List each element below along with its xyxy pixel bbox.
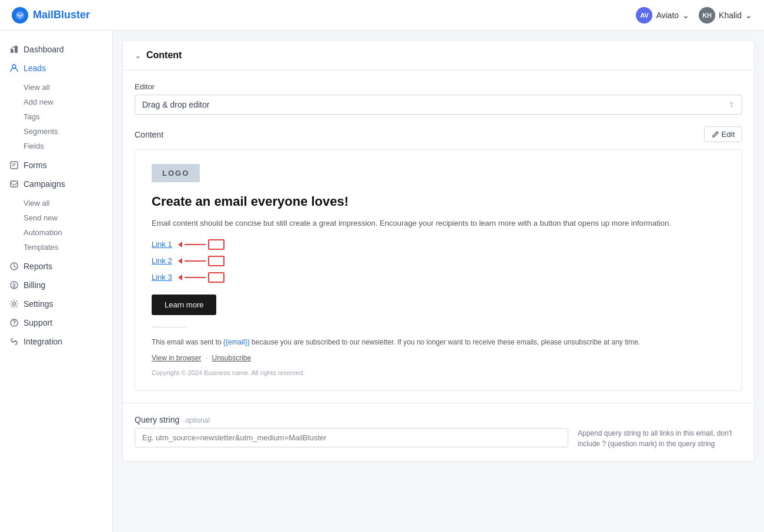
email-footer-text: This email was sent to {{email}} because… xyxy=(152,337,725,348)
sidebar-item-integration[interactable]: Integration xyxy=(0,332,112,351)
campaigns-send-new[interactable]: Send new xyxy=(24,210,112,225)
svg-rect-1 xyxy=(11,49,14,53)
khalid-name: Khalid xyxy=(719,11,742,20)
email-links: Link 1 Link 2 xyxy=(152,239,725,283)
logo-icon xyxy=(12,7,28,24)
sidebar-item-billing[interactable]: Billing xyxy=(0,276,112,295)
select-arrow-icon: ⇧ xyxy=(729,101,735,109)
aviato-chevron: ⌄ xyxy=(682,11,689,20)
support-label: Support xyxy=(24,318,52,327)
arrow-line xyxy=(185,260,206,262)
edit-icon xyxy=(712,131,719,138)
app-logo: MailBluster xyxy=(12,7,90,24)
email-heading: Create an email everyone loves! xyxy=(152,194,725,209)
svg-point-3 xyxy=(12,65,16,68)
link-1[interactable]: Link 1 xyxy=(152,240,172,249)
campaigns-submenu: View all Send new Automation Templates xyxy=(0,193,112,257)
email-link-1: Link 1 xyxy=(152,239,725,250)
campaigns-label: Campaigns xyxy=(24,179,65,189)
sidebar: Dashboard Leads View all Add new Tags Se… xyxy=(0,31,113,532)
editor-label: Editor xyxy=(135,82,742,91)
billing-label: Billing xyxy=(24,280,45,290)
main-content: ⌄ Content Editor Drag & drop editor ⇧ Co… xyxy=(113,31,764,532)
leads-tags[interactable]: Tags xyxy=(24,109,112,124)
aviato-account[interactable]: AV Aviato ⌄ xyxy=(636,7,689,24)
editor-field-group: Editor Drag & drop editor ⇧ xyxy=(123,71,754,115)
edit-button-label: Edit xyxy=(722,130,735,139)
support-icon xyxy=(9,318,19,327)
leads-add-new[interactable]: Add new xyxy=(24,95,112,109)
leads-view-all[interactable]: View all xyxy=(24,80,112,95)
reports-icon xyxy=(9,262,19,271)
integration-label: Integration xyxy=(24,337,62,346)
reports-label: Reports xyxy=(24,262,52,271)
campaigns-icon xyxy=(9,179,19,189)
khalid-account[interactable]: KH Khalid ⌄ xyxy=(699,7,752,24)
section-title: Content xyxy=(146,50,182,61)
leads-submenu: View all Add new Tags Segments Fields xyxy=(0,78,112,156)
query-label: Query string optional xyxy=(135,415,742,424)
link-2[interactable]: Link 2 xyxy=(152,256,172,265)
unsubscribe-link[interactable]: Unsubscribe xyxy=(212,354,252,362)
editor-select-value: Drag & drop editor xyxy=(142,100,209,109)
content-section: Content Edit LOGO Create an email everyo… xyxy=(123,115,754,403)
content-label: Content xyxy=(135,130,163,139)
email-link-3: Link 3 xyxy=(152,272,725,283)
svg-rect-4 xyxy=(11,162,18,169)
arrow-line xyxy=(185,244,206,245)
khalid-avatar: KH xyxy=(699,7,715,24)
sidebar-item-reports[interactable]: Reports xyxy=(0,257,112,276)
link-3-arrow xyxy=(178,272,224,283)
arrow-box xyxy=(208,256,224,266)
collapse-chevron-icon[interactable]: ⌄ xyxy=(135,51,142,60)
campaigns-templates[interactable]: Templates xyxy=(24,240,112,255)
email-divider xyxy=(152,327,187,327)
query-optional: optional xyxy=(185,416,210,424)
campaigns-automation[interactable]: Automation xyxy=(24,225,112,240)
arrowhead-icon xyxy=(178,242,182,247)
leads-fields[interactable]: Fields xyxy=(24,139,112,153)
edit-button[interactable]: Edit xyxy=(704,126,742,142)
integration-icon xyxy=(9,337,19,346)
sidebar-item-dashboard[interactable]: Dashboard xyxy=(0,40,112,59)
sidebar-item-forms[interactable]: Forms xyxy=(0,156,112,175)
arrow-box xyxy=(208,239,224,250)
logo-text: MailBluster xyxy=(33,9,90,21)
app-layout: Dashboard Leads View all Add new Tags Se… xyxy=(0,31,764,532)
home-icon xyxy=(9,45,19,54)
user-icon xyxy=(9,63,19,73)
sidebar-item-settings[interactable]: Settings xyxy=(0,295,112,313)
arrowhead-icon xyxy=(178,258,182,264)
section-header: ⌄ Content xyxy=(123,41,754,71)
sidebar-item-leads[interactable]: Leads xyxy=(0,59,112,78)
svg-rect-7 xyxy=(11,181,18,187)
link-1-arrow xyxy=(178,239,224,250)
query-row: Append query string to all links in this… xyxy=(135,428,742,449)
footer-separator: · xyxy=(206,354,210,362)
dashboard-label: Dashboard xyxy=(24,45,64,54)
svg-point-12 xyxy=(14,324,14,325)
sidebar-item-support[interactable]: Support xyxy=(0,313,112,332)
aviato-name: Aviato xyxy=(656,11,679,20)
learn-more-button[interactable]: Learn more xyxy=(152,295,216,315)
content-section-header: Content Edit xyxy=(135,126,742,142)
email-logo: LOGO xyxy=(152,164,200,182)
billing-icon xyxy=(9,280,19,290)
sidebar-item-campaigns[interactable]: Campaigns xyxy=(0,175,112,193)
arrow-box xyxy=(208,272,224,283)
link-3[interactable]: Link 3 xyxy=(152,273,172,282)
leads-segments[interactable]: Segments xyxy=(24,124,112,139)
svg-point-10 xyxy=(13,303,16,306)
editor-select[interactable]: Drag & drop editor ⇧ xyxy=(135,95,742,115)
query-input[interactable] xyxy=(135,428,568,447)
settings-icon xyxy=(9,299,19,309)
forms-label: Forms xyxy=(24,160,47,170)
campaigns-view-all[interactable]: View all xyxy=(24,196,112,210)
view-in-browser-link[interactable]: View in browser xyxy=(152,354,201,362)
header-accounts: AV Aviato ⌄ KH Khalid ⌄ xyxy=(636,7,752,24)
email-footer-links: View in browser · Unsubscribe xyxy=(152,354,725,362)
email-link-2: Link 2 xyxy=(152,256,725,266)
email-preview: LOGO Create an email everyone loves! Ema… xyxy=(135,149,742,391)
svg-point-0 xyxy=(16,11,24,19)
email-body-text: Email content should be concise but stil… xyxy=(152,218,725,230)
